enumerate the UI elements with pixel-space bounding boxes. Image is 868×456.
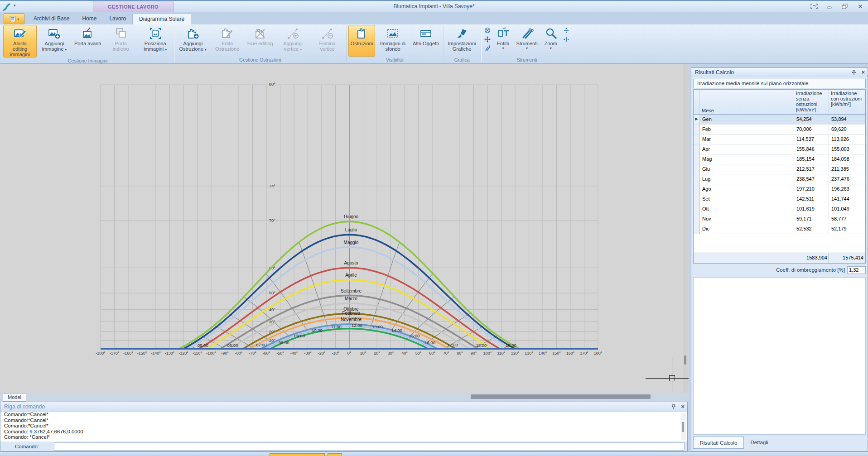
tab-lavoro[interactable]: Lavoro bbox=[103, 13, 132, 24]
vertex-minus-icon bbox=[320, 26, 335, 41]
svg-text:Marzo: Marzo bbox=[345, 296, 357, 301]
window-object-icon bbox=[418, 26, 434, 41]
tab-dettagli[interactable]: Dettagli bbox=[744, 437, 774, 449]
table-row[interactable]: Ago197,210196,263 bbox=[694, 184, 865, 194]
impostazioni-grafiche-button[interactable]: Impostazioni Grafiche bbox=[445, 25, 479, 57]
command-history[interactable]: Comando:*Cancel*Comando:*Cancel*Comando:… bbox=[0, 412, 687, 442]
dropdown-arrow-icon: ▾ bbox=[550, 46, 552, 50]
table-row[interactable]: Lug238,547237,476 bbox=[694, 174, 865, 184]
move-entity-icon[interactable] bbox=[484, 35, 492, 43]
row-marker bbox=[694, 204, 700, 214]
marker-column-header bbox=[694, 90, 700, 114]
button-label: Aggiungi immagine bbox=[42, 41, 64, 52]
command-history-scrollbar-thumb[interactable] bbox=[682, 422, 684, 432]
ostruzioni-toggle-button[interactable]: Ostruzioni bbox=[348, 25, 376, 57]
aggiungi-vertice-button[interactable]: Aggiungi vertice ▾ bbox=[276, 25, 310, 57]
application-menu-button[interactable]: ▾ bbox=[4, 13, 24, 25]
status-bar-button[interactable] bbox=[270, 453, 325, 456]
svg-text:80°: 80° bbox=[457, 351, 463, 355]
aggiungi-immagine-button[interactable]: Aggiungi immagine ▾ bbox=[38, 25, 71, 58]
tab-diagramma-solare[interactable]: Diagramma Solare bbox=[132, 13, 191, 24]
canvas-vertical-scrollbar-thumb[interactable] bbox=[684, 355, 686, 365]
hour-labels: 05:0006:0007:0008:0009:0010:0011:0012:00… bbox=[198, 323, 516, 348]
row-marker: ▶ bbox=[694, 115, 700, 124]
posiziona-immagini-button[interactable]: Posiziona immagini ▾ bbox=[139, 25, 172, 58]
aggiungi-ostruzione-button[interactable]: Aggiungi Ostruzione ▾ bbox=[176, 25, 210, 57]
measure-icon[interactable] bbox=[484, 44, 492, 52]
column-header-con-ostruzioni[interactable]: Irradiazione con ostruzioni [kWh/m²] bbox=[829, 90, 865, 114]
building-plus-icon bbox=[185, 26, 201, 41]
row-marker bbox=[694, 214, 700, 224]
svg-text:Settembre: Settembre bbox=[341, 288, 362, 293]
pin-icon[interactable] bbox=[851, 69, 857, 77]
quick-access-dropdown-icon[interactable]: ▾ bbox=[14, 3, 16, 8]
value-cell: 52,179 bbox=[829, 224, 865, 234]
table-row[interactable]: Mag185,154184,098 bbox=[694, 154, 865, 164]
minimize-button[interactable] bbox=[824, 2, 835, 10]
altri-oggetti-button[interactable]: Altri Oggetti bbox=[410, 25, 441, 57]
tab-home[interactable]: Home bbox=[76, 13, 103, 24]
ribbon-group-label: Gestione Immagini bbox=[3, 58, 173, 64]
position-image-icon bbox=[148, 26, 163, 41]
fine-editing-button[interactable]: Fine editing bbox=[245, 25, 275, 57]
tab-archivi-di-base[interactable]: Archivi di Base bbox=[27, 13, 76, 24]
table-row[interactable]: Nov59,17158,777 bbox=[694, 214, 865, 224]
canvas-bottom-strip: Model bbox=[0, 393, 689, 402]
column-header-senza-ostruzioni[interactable]: Irradiazione senza ostruzioni [kWh/m²] bbox=[794, 90, 829, 114]
svg-text:Agosto: Agosto bbox=[344, 260, 358, 265]
dropdown-arrow-icon: ▾ bbox=[65, 48, 67, 52]
table-row[interactable]: Mar114,537113,926 bbox=[694, 134, 865, 144]
ribbon-group-label: Gestione Ostruzioni bbox=[176, 57, 345, 63]
canvas-vertical-scrollbar[interactable] bbox=[683, 64, 688, 393]
zoom-button[interactable]: Zoom ▾ bbox=[541, 25, 561, 57]
image-edit-icon bbox=[12, 26, 28, 41]
column-header-mese[interactable]: Mese bbox=[700, 90, 794, 114]
results-panel-title[interactable]: Risultati Calcolo bbox=[691, 68, 868, 77]
porta-avanti-button[interactable]: Porta avanti bbox=[72, 25, 103, 58]
close-icon[interactable]: × bbox=[681, 403, 685, 412]
crosshair-cursor bbox=[646, 378, 689, 379]
close-button[interactable]: × bbox=[854, 2, 866, 10]
command-history-line: Comando:*Cancel* bbox=[0, 418, 687, 423]
restore-button[interactable] bbox=[839, 2, 851, 10]
ribbon: Abilita editing immagini Aggiungi immagi… bbox=[0, 24, 868, 64]
canvas-horizontal-scrollbar-thumb[interactable] bbox=[471, 394, 651, 399]
table-row[interactable]: Ott101,619101,049 bbox=[694, 204, 865, 214]
command-input-row: Comando: bbox=[0, 442, 687, 451]
elimina-vertice-button[interactable]: Elimina vertice bbox=[311, 25, 344, 57]
table-row[interactable]: Apr155,846155,003 bbox=[694, 144, 865, 154]
button-label: Fine editing bbox=[247, 41, 273, 46]
delete-entity-icon[interactable] bbox=[484, 26, 492, 34]
row-marker bbox=[694, 194, 700, 204]
edita-ostruzione-button[interactable]: Edita Ostruzione bbox=[211, 25, 244, 57]
status-bar-button[interactable] bbox=[328, 453, 342, 456]
row-marker bbox=[694, 144, 700, 154]
drawing-canvas[interactable]: 10°20°30°40°50°60°70°74°80°-180°-170°-16… bbox=[0, 64, 689, 393]
porta-indietro-button[interactable]: Porta indietro bbox=[104, 25, 138, 58]
abilita-editing-immagini-button[interactable]: Abilita editing immagini bbox=[3, 25, 37, 58]
fit-screen-button[interactable] bbox=[808, 2, 820, 10]
value-cell: 196,263 bbox=[829, 184, 865, 194]
month-cell: Mag bbox=[700, 154, 794, 164]
ribbon-group-gestione-immagini: Abilita editing immagini Aggiungi immagi… bbox=[2, 24, 174, 63]
svg-text:18:00: 18:00 bbox=[476, 343, 487, 348]
immagini-di-sfondo-button[interactable]: Immagini di sfondo bbox=[376, 25, 410, 57]
table-row[interactable]: ▶Gen54,25453,894 bbox=[694, 115, 865, 125]
svg-text:60°: 60° bbox=[429, 351, 435, 355]
building-cancel-icon bbox=[252, 26, 268, 41]
value-cell: 70,006 bbox=[794, 125, 829, 134]
command-panel-header[interactable]: Riga di comando bbox=[0, 402, 687, 412]
table-row[interactable]: Giu212,517211,385 bbox=[694, 164, 865, 174]
svg-text:-170°: -170° bbox=[110, 351, 120, 355]
split-horizontal-icon[interactable] bbox=[563, 26, 570, 34]
pin-icon[interactable] bbox=[671, 403, 676, 412]
table-row[interactable]: Feb70,00669,620 bbox=[694, 125, 865, 134]
table-row[interactable]: Set142,511141,744 bbox=[694, 194, 865, 204]
command-input[interactable] bbox=[54, 442, 685, 451]
table-row[interactable]: Dic52,53252,179 bbox=[694, 224, 865, 234]
entita-button[interactable]: Entità ▾ bbox=[493, 25, 513, 57]
tab-risultati-calcolo[interactable]: Risultati Calcolo bbox=[693, 437, 744, 449]
split-vertical-icon[interactable] bbox=[563, 35, 570, 43]
close-icon[interactable]: × bbox=[861, 69, 865, 77]
strumenti-button[interactable]: Strumenti ▾ bbox=[514, 25, 540, 57]
